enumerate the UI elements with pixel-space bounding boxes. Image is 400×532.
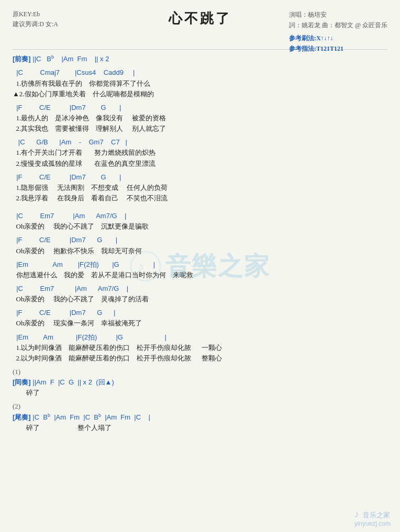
suggestion-text: 建议男调:D 女:A <box>13 19 58 29</box>
lyric-chorus-4: Oh亲爱的 我的心不跳了 灵魂掉了的活着 <box>13 294 387 304</box>
lyric-3-1: 1.有个开关出门才开着 努力燃烧残留的炽热 <box>13 148 387 158</box>
chord-line-2: |F C/E |Dm7 G | <box>13 103 387 113</box>
lyric-4-2: 2.我悬浮着 在我身后 看着自己 不笑也不泪流 <box>13 193 387 203</box>
credits-text: 詞：姚若龙 曲：都智文 @ 众匠音乐 <box>289 20 387 30</box>
verse1-block: |C Cmaj7 |Csus4 Cadd9 | 1.彷佛所有我最在乎的 你都觉得… <box>13 67 387 99</box>
chord-chorus-5: |F C/E |Dm7 G | <box>13 308 387 318</box>
chorus6-block: |Em Am |F(2拍) |G | 1.以为时间像酒 能麻醉硬压着的伤口 松开… <box>13 332 387 364</box>
lyric-chorus-6-2: 2.以为时间像酒 能麻醉硬压着的伤口 松开手伤痕却化脓 整颗心 <box>13 353 387 364</box>
lyric-chorus-2: Oh亲爱的 抱歉你不快乐 我却无可奈何 <box>13 246 387 256</box>
verse3-block: |C G/B |Am - Gm7 C7 | 1.有个开关出门才开着 努力燃烧残留… <box>13 137 387 168</box>
lyric-chorus-1: Oh亲爱的 我的心不跳了 沉默更像是骗歌 <box>13 221 387 232</box>
chord-line-4: |F C/E |Dm7 G | <box>13 172 387 183</box>
performer-text: 演唱：杨培安 <box>289 9 387 20</box>
lyric-chorus-5: Oh亲爱的 现实像一条河 幸福被淹死了 <box>13 318 387 329</box>
lyric-1-1: 1.彷佛所有我最在乎的 你都觉得算不了什么 <box>13 78 387 89</box>
header: 原KEY:Eb 建议男调:D 女:A 心不跳了 演唱：杨培安 詞：姚若龙 曲：都… <box>13 9 387 46</box>
content: [前奏] ||C Bb |Am Fm || x 2 |C Cmaj7 |Csus… <box>13 54 387 433</box>
page: 原KEY:Eb 建议男调:D 女:A 心不跳了 演唱：杨培安 詞：姚若龙 曲：都… <box>0 0 400 532</box>
lyric-3-2: 2.慢慢变成孤独的星球 在蓝色的真空里漂流 <box>13 159 387 169</box>
lyric-chorus-6-1: 1.以为时间像酒 能麻醉硬压着的伤口 松开手伤痕却化脓 一颗心 <box>13 343 387 353</box>
verse2-block: |F C/E |Dm7 G | 1.最伤人的 是冰冷神色 像我没有 被爱的资格 … <box>13 103 387 134</box>
chord-chorus-6: |Em Am |F(2拍) |G | <box>13 332 387 343</box>
bottom-icon: ♪ <box>354 509 359 519</box>
outro-header: [尾奏] |C Bb |Am Fm |C Bb |Am Fm |C | <box>13 412 387 423</box>
chord-chorus-4: |C Em7 |Am Am7/G | <box>13 284 387 294</box>
bottom-site-cn: 音乐之家 <box>363 511 390 519</box>
chord-chorus-1: |C Em7 |Am Am7/G | <box>13 211 387 221</box>
chord-line-1: |C Cmaj7 |Csus4 Cadd9 | <box>13 67 387 78</box>
meta-right: 演唱：杨培安 詞：姚若龙 曲：都智文 @ 众匠音乐 参考刷法:X↑↓↑↓ 参考指… <box>289 9 387 54</box>
paren-2: (2) <box>13 401 387 412</box>
paren-2-block: (2) [尾奏] |C Bb |Am Fm |C Bb |Am Fm |C | … <box>13 401 387 433</box>
lyric-chorus-3: 你想逃避什么 我的爱 若从不是港口当时你为何 来呢救 <box>13 270 387 280</box>
lyric-2-2: 2.其实我也 需要被懂得 理解别人 别人就忘了 <box>13 123 387 134</box>
chord-chorus-2: |F C/E |Dm7 G | <box>13 235 387 245</box>
chorus3-block: |Em Am |F(2拍) |G | 你想逃避什么 我的爱 若从不是港口当时你为… <box>13 259 387 280</box>
chorus4-block: |C Em7 |Am Am7/G | Oh亲爱的 我的心不跳了 灵魂掉了的活着 <box>13 284 387 304</box>
chord-chorus-3: |Em Am |F(2拍) |G | <box>13 259 387 270</box>
paren-1-block: (1) [间奏] ||Am F |C G || x 2 (回▲) 碎了 <box>13 367 387 398</box>
lyric-2-1: 1.最伤人的 是冰冷神色 像我没有 被爱的资格 <box>13 113 387 123</box>
chorus5-block: |F C/E |Dm7 G | Oh亲爱的 现实像一条河 幸福被淹死了 <box>13 308 387 329</box>
prelude-section: [前奏] ||C Bb |Am Fm || x 2 <box>13 54 387 64</box>
ref-strum: 参考刷法:X↑↓↑↓ <box>289 33 387 43</box>
chorus2-block: |F C/E |Dm7 G | Oh亲爱的 抱歉你不快乐 我却无可奈何 <box>13 235 387 256</box>
prelude-header: [前奏] ||C Bb |Am Fm || x 2 <box>13 54 387 64</box>
lyric-interlude: 碎了 <box>13 388 387 398</box>
meta-left: 原KEY:Eb 建议男调:D 女:A <box>13 9 58 29</box>
bottom-site-en: yinyuezj.com <box>354 520 391 527</box>
lyric-1-2: ▲2.假如心门厚重地关着 什么呢喃都是模糊的 <box>13 89 387 99</box>
verse4-block: |F C/E |Dm7 G | 1.隐形倔强 无法阁割 不想变成 任何人的负荷 … <box>13 172 387 203</box>
paren-1: (1) <box>13 367 387 377</box>
ref-finger: 参考指法:T121T121 <box>289 43 387 54</box>
lyric-outro: 碎了 整个人塌了 <box>13 423 387 433</box>
lyric-4-1: 1.隐形倔强 无法阁割 不想变成 任何人的负荷 <box>13 183 387 193</box>
bottom-url: ♪ 音乐之家 yinyuezj.com <box>354 509 391 528</box>
chord-line-3: |C G/B |Am - Gm7 C7 | <box>13 137 387 148</box>
interlude-header: [间奏] ||Am F |C G || x 2 (回▲) <box>13 377 387 388</box>
key-text: 原KEY:Eb <box>13 9 58 19</box>
song-title: 心不跳了 <box>169 9 231 28</box>
chorus1-block: |C Em7 |Am Am7/G | Oh亲爱的 我的心不跳了 沉默更像是骗歌 <box>13 211 387 232</box>
